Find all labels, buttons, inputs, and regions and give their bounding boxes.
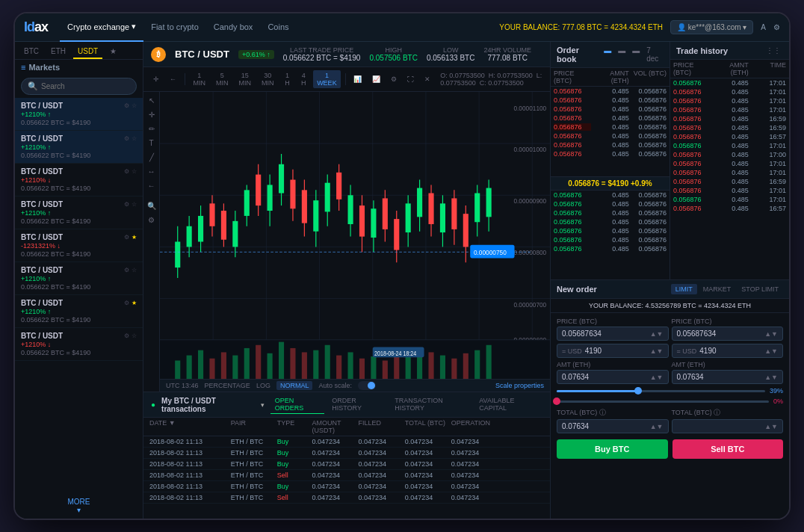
sell-amt-input[interactable] [677,373,762,381]
star-icon[interactable]: ☆ [132,168,137,175]
timeframe-5min[interactable]: 5 MIN [212,70,232,88]
tool-settings[interactable]: ⚙ [148,216,155,224]
settings-icon[interactable]: ⚙ [124,332,129,339]
settings-icon[interactable]: ⚙ [124,201,129,208]
tool-back[interactable]: ← [148,182,155,190]
order-buttons: Buy BTC Sell BTC [557,436,783,459]
tab-limit[interactable]: LIMIT [671,284,697,294]
ob-asks: 0.0568760.4850.056876 0.0568760.4850.056… [551,87,670,176]
sell-price-usd-input[interactable] [699,347,761,355]
tool-text[interactable]: T [149,139,153,147]
sell-price-input[interactable] [677,330,762,338]
nav-fiat-crypto[interactable]: Fiat to crypto [143,13,206,42]
th-filter-btn[interactable]: ⋮⋮ [764,46,783,55]
svg-rect-36 [256,175,261,205]
star-icon[interactable]: ★ [132,300,137,306]
svg-rect-32 [232,221,238,247]
chart-normal-btn[interactable]: NORMAL [276,381,313,390]
buy-total-input[interactable] [562,422,647,430]
chart-fullscreen[interactable]: ⛶ [403,74,418,84]
tool-crosshair[interactable]: ✛ [149,111,155,119]
buy-btc-button[interactable]: Buy BTC [557,439,668,459]
timeframe-1h[interactable]: 1 H [281,70,294,88]
buy-price-input[interactable] [562,330,647,338]
star-icon[interactable]: ☆ [132,332,137,339]
nav-candy-box[interactable]: Candy box [206,13,261,42]
auto-scale-toggle[interactable] [358,381,376,390]
timeframe-15min[interactable]: 15 MIN [235,70,256,88]
sell-total-field: TOTAL (BTC) ⓘ ▲▼ [672,408,784,433]
timeframe-1min[interactable]: 1 MIN [190,70,210,88]
timeframe-4h[interactable]: 4 H [297,70,310,88]
search-input[interactable] [41,82,130,90]
more-button[interactable]: MORE ▾ [15,493,143,519]
chart-tool-crosshair[interactable]: ✛ [149,74,163,84]
buy-slider[interactable] [557,390,765,392]
sell-slider[interactable] [557,400,769,403]
list-item[interactable]: BTC / USDT ⚙ ☆ +1210% ↓ 0.056622 BTC = $… [15,164,143,197]
timeframe-30min[interactable]: 30 MIN [258,70,278,88]
timeframe-1week[interactable]: 1 WEEK [313,70,341,88]
table-row: 0.0568760.48517:01 [670,168,789,177]
svg-text:0.00001000: 0.00001000 [513,146,546,154]
tx-table-header: DATE ▼ PAIR TYPE AMOUNT (USDT) FILLED TO… [143,418,550,436]
settings-icon[interactable]: ⚙ [124,168,129,175]
settings-icon[interactable]: ⚙ [124,300,129,306]
tab-open-orders[interactable]: OPEN ORDERS [270,395,325,414]
ob-view-both[interactable]: ▬ [602,46,613,64]
list-item[interactable]: BTC / USDT ⚙ ☆ +1210% ↑ 0.056622 BTC = $… [15,131,143,164]
ob-view-sell[interactable]: ▬ [616,46,628,64]
buy-price-usd-input[interactable] [585,347,647,355]
language-button[interactable]: A [761,23,766,31]
sidebar-tab-btc[interactable]: BTC [19,45,43,59]
chart-area[interactable]: 0.00001100 0.00001000 0.00000900 0.00000… [160,92,550,392]
chart-close[interactable]: ✕ [421,74,434,84]
nav-crypto-exchange[interactable]: Crypto exchange ▾ [60,13,143,42]
tool-measure[interactable]: ↔ [148,167,155,176]
list-item[interactable]: BTC / USDT ⚙ ★ +1210% ↑ 0.056622 BTC = $… [15,295,143,328]
tool-line[interactable]: ╱ [149,153,154,161]
tab-order-history[interactable]: ORDER HISTORY [327,395,387,414]
star-icon[interactable]: ★ [132,234,137,241]
star-icon[interactable]: ☆ [132,267,137,273]
tab-market[interactable]: MARKET [699,284,736,294]
list-item[interactable]: BTC / USDT ⚙ ★ -1231321% ↓ 0.056622 BTC … [15,229,143,262]
tool-cursor[interactable]: ↖ [149,96,155,105]
ob-view-buy[interactable]: ▬ [630,46,642,64]
svg-text:0.00000750: 0.00000750 [474,249,507,257]
sidebar-tab-eth[interactable]: ETH [46,45,70,59]
sell-total-input[interactable] [677,422,762,430]
sell-btc-button[interactable]: Sell BTC [672,439,784,459]
buy-amt-input[interactable] [562,373,647,381]
sidebar-tab-star[interactable]: ★ [105,45,121,59]
list-item[interactable]: BTC / USDT ⚙ ☆ +1210% ↑ 0.056622 BTC = $… [15,197,143,229]
chart-tool-back[interactable]: ← [166,74,180,84]
tab-available-capital[interactable]: AVAILABLE CAPITAL [474,395,542,414]
chart-indicators[interactable]: ⚙ [387,74,401,84]
list-item[interactable]: BTC / USDT ⚙ ☆ +1210% ↑ 0.056622 BTC = $… [15,262,143,295]
tab-stop-limit[interactable]: STOP LIMIT [737,284,783,294]
list-item[interactable]: BTC / USDT ⚙ ☆ +1210% ↓ 0.056622 BTC = $… [15,328,143,361]
nav-coins[interactable]: Coins [260,13,296,42]
settings-icon[interactable]: ⚙ [124,135,129,142]
language-icon: A [761,23,766,31]
settings-icon[interactable]: ⚙ [124,267,129,273]
tab-tx-history[interactable]: TRANSACTION HISTORY [390,395,471,414]
star-icon[interactable]: ☆ [132,102,137,109]
scale-properties-btn[interactable]: Scale properties [495,382,544,389]
settings-button[interactable]: ⚙ [773,23,780,31]
star-icon[interactable]: ☆ [132,135,137,142]
chart-type-candle[interactable]: 📊 [350,74,365,84]
settings-icon[interactable]: ⚙ [124,234,129,241]
tool-zoom[interactable]: 🔍 [147,202,156,210]
tool-pencil[interactable]: ✏ [149,125,155,133]
star-icon[interactable]: ☆ [132,201,137,208]
chart-log-btn[interactable]: LOG [256,382,270,389]
list-item[interactable]: BTC / USDT ⚙ ☆ +1210% ↑ 0.056622 BTC = $… [15,98,143,131]
settings-icon[interactable]: ⚙ [124,102,129,109]
sidebar-tab-usdt[interactable]: USDT [73,45,102,59]
balance-label: YOUR BALANCE: [499,23,560,31]
chart-type-line[interactable]: 📈 [368,74,384,84]
chart-percentage-btn[interactable]: PERCENTAGE [205,382,250,389]
user-menu-button[interactable]: 👤 ke***@163.com ▾ [670,20,753,34]
